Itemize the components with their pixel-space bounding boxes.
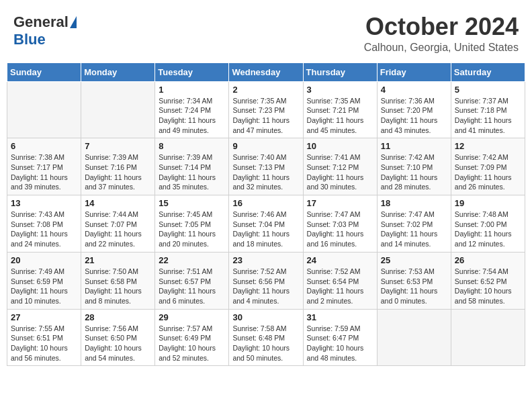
calendar-day-cell: 18Sunrise: 7:47 AMSunset: 7:02 PMDayligh…	[377, 195, 451, 253]
calendar-day-cell: 22Sunrise: 7:51 AMSunset: 6:57 PMDayligh…	[155, 252, 229, 309]
day-info: Sunrise: 7:46 AMSunset: 7:04 PMDaylight:…	[232, 210, 299, 249]
day-info: Sunrise: 7:44 AMSunset: 7:07 PMDaylight:…	[85, 210, 151, 249]
day-info: Sunrise: 7:40 AMSunset: 7:13 PMDaylight:…	[232, 152, 299, 192]
calendar-day-cell: 8Sunrise: 7:39 AMSunset: 7:14 PMDaylight…	[155, 138, 229, 195]
calendar-day-cell	[377, 309, 451, 366]
day-info: Sunrise: 7:35 AMSunset: 7:21 PMDaylight:…	[307, 96, 373, 136]
day-info: Sunrise: 7:39 AMSunset: 7:16 PMDaylight:…	[85, 152, 151, 192]
day-info: Sunrise: 7:43 AMSunset: 7:08 PMDaylight:…	[11, 210, 77, 249]
logo-blue-text: Blue	[13, 31, 46, 48]
day-number: 18	[381, 198, 447, 208]
weekday-header-cell: Thursday	[303, 62, 377, 81]
calendar-day-cell: 2Sunrise: 7:35 AMSunset: 7:23 PMDaylight…	[229, 81, 303, 138]
day-info: Sunrise: 7:37 AMSunset: 7:18 PMDaylight:…	[455, 96, 521, 136]
location-title: Calhoun, Georgia, United States	[364, 42, 519, 54]
calendar-day-cell: 1Sunrise: 7:34 AMSunset: 7:24 PMDaylight…	[155, 81, 229, 138]
day-number: 3	[307, 85, 373, 95]
calendar-day-cell: 4Sunrise: 7:36 AMSunset: 7:20 PMDaylight…	[377, 81, 451, 138]
calendar-day-cell: 25Sunrise: 7:53 AMSunset: 6:53 PMDayligh…	[377, 252, 451, 309]
day-number: 6	[11, 141, 77, 151]
calendar-day-cell: 31Sunrise: 7:59 AMSunset: 6:47 PMDayligh…	[303, 309, 377, 366]
day-number: 24	[307, 255, 373, 265]
day-number: 23	[232, 255, 299, 265]
weekday-header-cell: Tuesday	[155, 62, 229, 81]
day-info: Sunrise: 7:47 AMSunset: 7:02 PMDaylight:…	[381, 210, 447, 249]
day-info: Sunrise: 7:45 AMSunset: 7:05 PMDaylight:…	[159, 210, 225, 249]
calendar-day-cell	[451, 309, 525, 366]
logo-general-text: General	[13, 13, 69, 31]
day-info: Sunrise: 7:42 AMSunset: 7:10 PMDaylight:…	[381, 152, 447, 192]
calendar-day-cell: 26Sunrise: 7:54 AMSunset: 6:52 PMDayligh…	[451, 252, 525, 309]
calendar-body: 1Sunrise: 7:34 AMSunset: 7:24 PMDaylight…	[7, 81, 525, 366]
calendar-day-cell: 14Sunrise: 7:44 AMSunset: 7:07 PMDayligh…	[81, 195, 155, 253]
calendar-day-cell: 11Sunrise: 7:42 AMSunset: 7:10 PMDayligh…	[377, 138, 451, 195]
calendar-week-row: 6Sunrise: 7:38 AMSunset: 7:17 PMDaylight…	[7, 138, 525, 195]
day-number: 21	[85, 255, 151, 265]
day-number: 8	[159, 141, 225, 151]
day-number: 14	[85, 198, 151, 208]
day-number: 9	[232, 141, 299, 151]
day-number: 10	[307, 141, 373, 151]
weekday-header-cell: Monday	[81, 62, 155, 81]
page-header: General Blue October 2024 Calhoun, Georg…	[7, 7, 525, 57]
day-number: 28	[85, 312, 151, 322]
calendar-day-cell: 15Sunrise: 7:45 AMSunset: 7:05 PMDayligh…	[155, 195, 229, 253]
calendar-week-row: 13Sunrise: 7:43 AMSunset: 7:08 PMDayligh…	[7, 195, 525, 253]
day-info: Sunrise: 7:48 AMSunset: 7:00 PMDaylight:…	[455, 210, 521, 249]
day-number: 1	[159, 85, 225, 95]
logo-triangle-icon	[70, 16, 77, 28]
calendar-table: SundayMondayTuesdayWednesdayThursdayFrid…	[7, 62, 525, 367]
day-number: 22	[159, 255, 225, 265]
day-number: 19	[455, 198, 521, 208]
day-info: Sunrise: 7:49 AMSunset: 6:59 PMDaylight:…	[11, 267, 77, 306]
calendar-day-cell: 17Sunrise: 7:47 AMSunset: 7:03 PMDayligh…	[303, 195, 377, 253]
calendar-day-cell: 12Sunrise: 7:42 AMSunset: 7:09 PMDayligh…	[451, 138, 525, 195]
calendar-day-cell: 10Sunrise: 7:41 AMSunset: 7:12 PMDayligh…	[303, 138, 377, 195]
day-info: Sunrise: 7:41 AMSunset: 7:12 PMDaylight:…	[307, 152, 373, 192]
day-info: Sunrise: 7:53 AMSunset: 6:53 PMDaylight:…	[381, 267, 447, 306]
calendar-day-cell: 30Sunrise: 7:58 AMSunset: 6:48 PMDayligh…	[229, 309, 303, 366]
day-info: Sunrise: 7:57 AMSunset: 6:49 PMDaylight:…	[159, 324, 225, 363]
calendar-day-cell: 24Sunrise: 7:52 AMSunset: 6:54 PMDayligh…	[303, 252, 377, 309]
day-number: 13	[11, 198, 77, 208]
calendar-day-cell: 20Sunrise: 7:49 AMSunset: 6:59 PMDayligh…	[7, 252, 81, 309]
day-info: Sunrise: 7:58 AMSunset: 6:48 PMDaylight:…	[232, 324, 299, 363]
calendar-day-cell: 5Sunrise: 7:37 AMSunset: 7:18 PMDaylight…	[451, 81, 525, 138]
calendar-day-cell	[81, 81, 155, 138]
logo: General Blue	[13, 13, 77, 48]
day-info: Sunrise: 7:55 AMSunset: 6:51 PMDaylight:…	[11, 324, 77, 363]
day-info: Sunrise: 7:59 AMSunset: 6:47 PMDaylight:…	[307, 324, 373, 363]
day-info: Sunrise: 7:51 AMSunset: 6:57 PMDaylight:…	[159, 267, 225, 306]
calendar-day-cell: 29Sunrise: 7:57 AMSunset: 6:49 PMDayligh…	[155, 309, 229, 366]
day-number: 27	[11, 312, 77, 322]
day-number: 16	[232, 198, 299, 208]
weekday-header-cell: Sunday	[7, 62, 81, 81]
calendar-day-cell: 9Sunrise: 7:40 AMSunset: 7:13 PMDaylight…	[229, 138, 303, 195]
day-number: 12	[455, 141, 521, 151]
day-number: 17	[307, 198, 373, 208]
calendar-day-cell: 21Sunrise: 7:50 AMSunset: 6:58 PMDayligh…	[81, 252, 155, 309]
weekday-header-row: SundayMondayTuesdayWednesdayThursdayFrid…	[7, 62, 525, 81]
day-info: Sunrise: 7:50 AMSunset: 6:58 PMDaylight:…	[85, 267, 151, 306]
day-number: 26	[455, 255, 521, 265]
day-number: 11	[381, 141, 447, 151]
day-info: Sunrise: 7:52 AMSunset: 6:56 PMDaylight:…	[232, 267, 299, 306]
day-number: 31	[307, 312, 373, 322]
day-number: 7	[85, 141, 151, 151]
day-number: 20	[11, 255, 77, 265]
day-info: Sunrise: 7:56 AMSunset: 6:50 PMDaylight:…	[85, 324, 151, 363]
title-block: October 2024 Calhoun, Georgia, United St…	[364, 13, 519, 54]
calendar-week-row: 27Sunrise: 7:55 AMSunset: 6:51 PMDayligh…	[7, 309, 525, 366]
calendar-week-row: 1Sunrise: 7:34 AMSunset: 7:24 PMDaylight…	[7, 81, 525, 138]
month-title: October 2024	[364, 13, 519, 40]
calendar-day-cell: 3Sunrise: 7:35 AMSunset: 7:21 PMDaylight…	[303, 81, 377, 138]
day-info: Sunrise: 7:39 AMSunset: 7:14 PMDaylight:…	[159, 152, 225, 192]
day-info: Sunrise: 7:38 AMSunset: 7:17 PMDaylight:…	[11, 152, 77, 192]
day-info: Sunrise: 7:42 AMSunset: 7:09 PMDaylight:…	[455, 152, 521, 192]
day-info: Sunrise: 7:52 AMSunset: 6:54 PMDaylight:…	[307, 267, 373, 306]
day-number: 25	[381, 255, 447, 265]
day-info: Sunrise: 7:35 AMSunset: 7:23 PMDaylight:…	[232, 96, 299, 136]
day-number: 5	[455, 85, 521, 95]
day-number: 15	[159, 198, 225, 208]
day-number: 2	[232, 85, 299, 95]
